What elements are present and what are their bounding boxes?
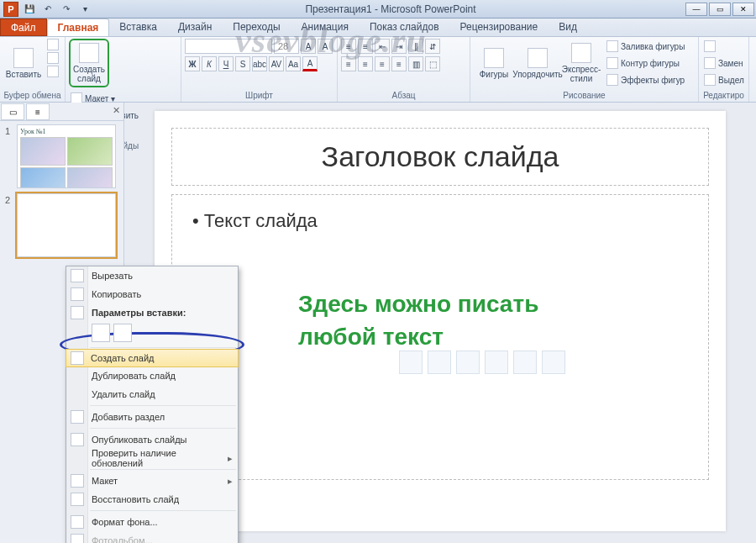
ctx-duplicate-slide[interactable]: Дублировать слайд (66, 366, 238, 385)
ctx-new-slide[interactable]: Создать слайд (66, 349, 239, 367)
slide-editor[interactable]: Заголовок слайда • Текст слайда Здесь мо… (155, 111, 726, 531)
thumb-1[interactable]: 1 Урок №1 (5, 124, 118, 188)
tab-insert[interactable]: Вставка (109, 18, 168, 36)
numbering-icon[interactable]: ≡ (358, 39, 373, 54)
title-placeholder[interactable]: Заголовок слайда (171, 128, 709, 186)
tab-home[interactable]: Главная (47, 18, 110, 36)
columns-icon[interactable]: ▥ (408, 56, 423, 71)
quick-styles-button[interactable]: Экспресс-стили (561, 39, 601, 87)
chart-icon[interactable] (428, 351, 451, 374)
ctx-photo-album: Фотоальбом... (66, 531, 238, 543)
ctx-add-section[interactable]: Добавить раздел (66, 408, 238, 426)
panel-tabs: ▭ ≡ ✕ (0, 103, 123, 121)
replace-button[interactable]: Замен (702, 55, 746, 71)
text-direction-icon[interactable]: ⇵ (425, 39, 440, 54)
ctx-publish-slides[interactable]: Опубликовать слайды (66, 430, 238, 449)
paste-icon (13, 48, 34, 68)
maximize-button[interactable]: ▭ (709, 3, 731, 16)
ctx-layout[interactable]: Макет▸ (66, 472, 238, 490)
drawing-group-label: Рисование (474, 89, 695, 102)
tab-view[interactable]: Вид (549, 18, 588, 36)
find-button[interactable] (702, 39, 746, 54)
slides-tab-icon[interactable]: ▭ (1, 103, 24, 120)
chevron-right-icon: ▸ (228, 476, 233, 487)
content-placeholder[interactable]: • Текст слайда Здесь можно писать любой … (171, 194, 709, 480)
thumbnail[interactable] (17, 193, 116, 257)
align-justify-icon[interactable]: ≡ (391, 56, 407, 71)
smartart-insert-icon[interactable] (456, 351, 480, 374)
group-clipboard: Вставить Буфер обмена (0, 37, 66, 102)
shape-fill-icon (606, 40, 618, 52)
format-painter-icon[interactable] (47, 66, 59, 77)
change-case-icon[interactable]: Aa (286, 56, 301, 71)
strike-icon[interactable]: S (235, 56, 250, 71)
shape-fill-button[interactable]: Заливка фигуры (605, 39, 686, 54)
tab-transitions[interactable]: Переходы (223, 18, 291, 36)
paste-option-1[interactable] (92, 324, 110, 342)
ctx-format-background[interactable]: Формат фона... (66, 513, 238, 531)
ctx-cut[interactable]: Вырезать (66, 266, 238, 285)
app-icon[interactable]: P (3, 2, 18, 17)
increase-font-icon[interactable]: A (301, 39, 316, 54)
redo-icon[interactable]: ↷ (59, 2, 74, 17)
decrease-font-icon[interactable]: A (318, 39, 333, 54)
copy-icon[interactable] (47, 52, 59, 64)
arrange-label: Упорядочить (512, 70, 563, 79)
thumb-2[interactable]: 2 (5, 193, 118, 257)
indent-inc-icon[interactable]: ⇥ (391, 39, 407, 54)
char-spacing-icon[interactable]: AV (269, 56, 284, 71)
font-color-icon[interactable]: A (302, 56, 318, 71)
media-icon[interactable] (542, 351, 565, 374)
undo-icon[interactable]: ↶ (40, 2, 55, 17)
select-button[interactable]: Выдел (702, 72, 746, 87)
save-icon[interactable]: 💾 (22, 2, 37, 17)
panel-close-icon[interactable]: ✕ (108, 103, 123, 118)
outline-tab-icon[interactable]: ≡ (26, 103, 50, 120)
tab-review[interactable]: Рецензирование (450, 18, 549, 36)
font-size-combo[interactable]: 28 (274, 39, 299, 54)
paste-button[interactable]: Вставить (3, 39, 44, 87)
shapes-button[interactable]: Фигуры (474, 39, 514, 87)
qa-dropdown[interactable]: ▾ (77, 2, 92, 17)
align-center-icon[interactable]: ≡ (358, 56, 373, 71)
close-button[interactable]: ✕ (732, 3, 754, 16)
tab-design[interactable]: Дизайн (168, 18, 223, 36)
placeholder-icons (399, 351, 565, 374)
thumbnail[interactable]: Урок №1 (17, 124, 116, 188)
font-name-combo[interactable] (185, 39, 272, 54)
new-slide-button[interactable]: Создать слайд (69, 39, 109, 87)
shape-effects-button[interactable]: Эффекты фигур (605, 72, 686, 87)
align-left-icon[interactable]: ≡ (341, 56, 356, 71)
shapes-label: Фигуры (480, 70, 508, 79)
clipart-icon[interactable] (513, 351, 537, 374)
ribbon: Вставить Буфер обмена Создать слайд Маке… (0, 37, 756, 103)
indent-dec-icon[interactable]: ⇤ (375, 39, 390, 54)
window-controls: — ▭ ✕ (685, 3, 756, 16)
arrange-button[interactable]: Упорядочить (517, 39, 558, 87)
shape-effects-label: Эффекты фигур (621, 76, 685, 85)
shadow-icon[interactable]: abc (252, 56, 267, 71)
ctx-delete-slide[interactable]: Удалить слайд (66, 385, 238, 403)
underline-icon[interactable]: Ч (218, 56, 234, 71)
ctx-reset-slide[interactable]: Восстановить слайд (66, 490, 238, 509)
ctx-check-updates[interactable]: Проверить наличие обновлений▸ (66, 449, 238, 467)
table-icon[interactable] (399, 351, 423, 374)
tab-file[interactable]: Файл (0, 18, 47, 36)
bullets-icon[interactable]: ≡ (341, 39, 356, 54)
paste-option-2[interactable] (113, 324, 132, 342)
italic-icon[interactable]: К (202, 56, 217, 71)
tab-animations[interactable]: Анимация (291, 18, 360, 36)
minimize-button[interactable]: — (685, 3, 707, 16)
smartart-icon[interactable]: ⬚ (425, 56, 440, 71)
shape-effects-icon (606, 74, 618, 86)
replace-label: Замен (718, 59, 743, 68)
line-spacing-icon[interactable]: ‖ (408, 39, 423, 54)
shape-outline-button[interactable]: Контур фигуры (605, 55, 686, 71)
align-right-icon[interactable]: ≡ (375, 56, 390, 71)
cut-icon[interactable] (47, 39, 59, 50)
ctx-copy[interactable]: Копировать (66, 285, 238, 303)
select-icon (704, 74, 716, 86)
tab-slideshow[interactable]: Показ слайдов (360, 18, 450, 36)
picture-icon[interactable] (485, 351, 508, 374)
bold-icon[interactable]: Ж (185, 56, 200, 71)
